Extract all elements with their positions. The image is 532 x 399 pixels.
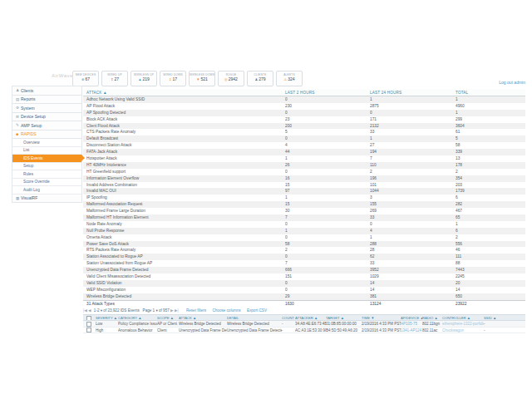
attack-row[interactable]: Adhoc Network Using Valid SSID011	[83, 96, 525, 103]
pager-prev-icons[interactable]: |◀ ◀	[83, 308, 91, 313]
attack-row[interactable]: Client Flood Attack20021323604	[83, 123, 525, 130]
sidebar-item-audit-log[interactable]: Audit Log	[12, 186, 82, 195]
attack-row[interactable]: Invalid Address Combination15101203	[83, 182, 525, 189]
column-header-target[interactable]: TARGET ▲	[326, 315, 362, 320]
stat-clients[interactable]: CLIENTS ♟279	[247, 71, 273, 86]
sidebar-item-setup[interactable]: Setup	[12, 163, 82, 171]
cell: 33	[370, 214, 456, 221]
cell: Client Flood Attack	[83, 123, 285, 130]
reset-filters-link[interactable]: Reset filters	[186, 308, 206, 313]
sidebar-item-device-setup[interactable]: ⊞Device Setup	[12, 113, 82, 122]
stat-rogue[interactable]: ROGUE ◎2942	[218, 71, 244, 86]
attack-row[interactable]: HT 40MHz Intolerance26110178	[83, 162, 525, 169]
ids-event-row[interactable]: HighAnomalous BehaviorClientUnencrypted …	[83, 328, 525, 334]
column-header-category[interactable]: CATEGORY ▲	[118, 315, 157, 320]
stat-wired-down[interactable]: WIRED DOWN ↧17	[160, 71, 186, 86]
cell: 2	[456, 169, 525, 175]
pager-range-text[interactable]: 1-2 ▾ of 23,922 IDS Events	[94, 308, 140, 313]
choose-columns-link[interactable]: Choose columns	[212, 308, 240, 313]
sidebar-item-rapids[interactable]: ◆RAPIDS	[12, 131, 82, 140]
column-header-detail[interactable]: DETAIL	[227, 315, 282, 320]
stat-wireless-down[interactable]: WIRELESS DOWN ▼521	[189, 71, 215, 86]
attack-row[interactable]: CTS Packets Rate Anomaly53361	[83, 129, 525, 135]
attack-row[interactable]: Default Broadcast015	[83, 135, 525, 142]
attack-row[interactable]: Disconnect Station Attack42758	[83, 142, 525, 149]
attack-row[interactable]: Invalid MAC OUI9710441739	[83, 188, 525, 195]
sidebar-item-visualrf[interactable]: ▦VisualRF	[12, 195, 82, 204]
attack-row[interactable]: Omerta Attack012	[83, 234, 525, 241]
attack-row[interactable]: Wireless Bridge Detected29381650	[83, 293, 525, 300]
sidebar-item-label: System	[21, 106, 35, 111]
logout-link[interactable]: Log out admin	[499, 80, 525, 85]
stat-new-devices[interactable]: NEW DEVICES ⊕67	[72, 71, 99, 86]
attack-row[interactable]: IP Spoofing136	[83, 195, 525, 201]
cell: 1	[456, 221, 525, 228]
attack-row[interactable]: Block ACK Attack23171299	[83, 116, 525, 123]
sidebar-item-reports[interactable]: ▤Reports	[12, 96, 82, 105]
column-header-radio[interactable]: RADIO ▲	[422, 315, 442, 320]
column-header-count[interactable]: COUNT	[282, 315, 295, 320]
cell: 4960	[456, 103, 525, 110]
attack-table-footer: 31 Attack Types 1630 13124 23922	[83, 300, 525, 307]
stat-wired-up[interactable]: WIRED UP ↥27	[101, 71, 128, 86]
cell: IP Spoofing	[83, 195, 285, 201]
sidebar-item-overview[interactable]: Overview	[12, 139, 82, 147]
sidebar-item-ids-events[interactable]: IDS Events	[12, 155, 82, 163]
sidebar-item-clients[interactable]: ♟Clients	[12, 86, 82, 96]
attack-row[interactable]: Unencrypted Data Frame Detected666395274…	[83, 267, 525, 273]
cell: 0	[285, 135, 370, 142]
export-csv-link[interactable]: Export CSV	[247, 308, 267, 313]
sidebar-item-amp-setup[interactable]: ✎AMP Setup	[12, 121, 82, 131]
attack-row[interactable]: Valid Client Misassociation Detected1511…	[83, 273, 525, 280]
attack-row[interactable]: AP Spoofing Detected001	[83, 110, 525, 116]
attack-row[interactable]: Null Probe Response146	[83, 228, 525, 234]
column-header-attack[interactable]: ATTACK ▲	[179, 315, 227, 320]
column-header-last-2-hours[interactable]: LAST 2 HOURS	[285, 89, 370, 96]
attack-row[interactable]: Valid SSID Violation01420	[83, 280, 525, 287]
attack-row[interactable]: Information Element Overflow16196354	[83, 175, 525, 182]
sidebar-item-label: Clients	[21, 88, 33, 93]
column-header-ssid[interactable]: SSID ▲	[484, 315, 525, 320]
row-checkbox[interactable]	[83, 321, 96, 327]
attack-row[interactable]: Station Unassociated from Rogue AP73388	[83, 260, 525, 267]
cell: 27	[370, 142, 456, 149]
column-header-time[interactable]: TIME ▼	[362, 315, 401, 320]
attack-row[interactable]: Power Save DoS Attack58288556	[83, 241, 525, 248]
column-header-total[interactable]: TOTAL	[456, 89, 525, 96]
column-header-attacker[interactable]: ATTACKER ▲	[295, 315, 326, 320]
column-header-last-24-hours[interactable]: LAST 24 HOURS	[370, 89, 456, 96]
attack-row[interactable]: FATA-Jack Attack44194339	[83, 149, 525, 155]
ids-event-row[interactable]: LowPolicy Compliance IssueAP or ClientWi…	[83, 321, 525, 328]
cell: 381	[370, 293, 456, 300]
row-checkbox[interactable]	[83, 328, 96, 333]
column-header-controller[interactable]: CONTROLLER ▲	[442, 315, 484, 320]
attack-row[interactable]: Malformed Frame Large Duration30269467	[83, 208, 525, 214]
attack-row[interactable]: Malformed HT Information Element73365	[83, 214, 525, 221]
column-header-scope[interactable]: SCOPE ▲	[157, 315, 179, 320]
stat-alerts[interactable]: ALERTS ⚠324	[276, 71, 303, 86]
stat-wireless-up[interactable]: WIRELESS UP ▲219	[131, 71, 157, 86]
cell: Unencrypted Data Frame Detected	[83, 267, 285, 273]
attack-row[interactable]: RTS Packets Rate Anomaly22846	[83, 247, 525, 254]
attack-row[interactable]: WEP Misconfiguration01414	[83, 287, 525, 293]
attack-row[interactable]: Hotspotter Attack1713	[83, 155, 525, 162]
pager-page-text[interactable]: Page 1 ▾ of 957	[143, 308, 170, 313]
column-header-attack[interactable]: ATTACK ▲	[83, 89, 285, 96]
select-all-checkbox[interactable]	[83, 315, 96, 320]
attack-row[interactable]: AP Flood Attack23028754960	[83, 103, 525, 110]
attack-table-body: Adhoc Network Using Valid SSID011AP Floo…	[83, 96, 525, 300]
stat-value: 27	[114, 76, 119, 81]
attack-row[interactable]: Node Rate Anomaly001	[83, 221, 525, 228]
cell: Wireless Bridge Detected	[227, 321, 282, 327]
sidebar-item-score-override[interactable]: Score Override	[12, 179, 82, 187]
attack-row[interactable]: Malformed Association Request15155282	[83, 201, 525, 208]
sidebar-item-rules[interactable]: Rules	[12, 170, 82, 179]
pager-next-icons[interactable]: ▶ ▶|	[170, 308, 179, 313]
column-header-severity[interactable]: SEVERITY ▲	[96, 315, 118, 320]
sidebar-item-list[interactable]: List	[12, 147, 82, 155]
column-header-ap-device[interactable]: AP/DEVICE ▲	[401, 315, 422, 320]
sidebar-item-system[interactable]: ⚙System	[12, 104, 82, 113]
attack-row[interactable]: Station Associated to Rogue AP062111	[83, 254, 525, 260]
stat-value: 17	[172, 76, 177, 81]
attack-row[interactable]: HT Greenfield support022	[83, 169, 525, 175]
